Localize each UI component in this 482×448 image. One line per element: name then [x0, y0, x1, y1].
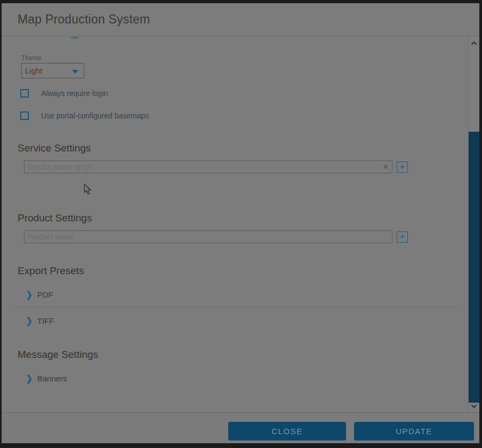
- clear-icon[interactable]: ✕: [382, 162, 389, 172]
- dialog-title: Map Production System: [18, 12, 150, 27]
- message-banners[interactable]: ❯ Banners: [26, 373, 67, 383]
- screen-overlay: Map Production System Theme Light Always…: [0, 0, 482, 448]
- export-preset-pdf[interactable]: ❯ PDF: [26, 289, 53, 300]
- map-production-dialog: Map Production System Theme Light Always…: [2, 3, 479, 443]
- chevron-right-icon: ❯: [26, 290, 33, 299]
- chevron-right-icon: ❯: [26, 373, 33, 383]
- scrollbar-thumb[interactable]: [469, 132, 479, 403]
- plus-icon: +: [400, 231, 405, 242]
- always-require-login-checkbox[interactable]: [20, 89, 29, 98]
- divider: [13, 307, 459, 307]
- message-settings-heading: Message Settings: [18, 349, 98, 361]
- portal-basemaps-label: Use portal-configured basemaps: [41, 111, 149, 120]
- close-button[interactable]: CLOSE: [228, 422, 346, 441]
- portal-basemaps-checkbox[interactable]: [20, 111, 29, 120]
- product-settings-heading: Product Settings: [18, 212, 92, 224]
- scroll-up-button[interactable]: [469, 38, 479, 48]
- add-service-button[interactable]: +: [397, 162, 408, 173]
- service-settings-heading: Service Settings: [18, 142, 91, 154]
- update-button[interactable]: UPDATE: [354, 422, 474, 441]
- theme-select[interactable]: Light: [21, 63, 84, 78]
- clipped-scrolled-element: [71, 37, 78, 38]
- add-product-button[interactable]: +: [397, 231, 408, 243]
- portal-basemaps-row: Use portal-configured basemaps: [20, 110, 149, 121]
- message-banners-label: Banners: [37, 374, 67, 383]
- export-preset-tiff[interactable]: ❯ TIFF: [26, 315, 54, 326]
- vertical-scrollbar[interactable]: [468, 37, 479, 412]
- export-preset-tiff-label: TIFF: [37, 316, 54, 325]
- product-input-wrap: [24, 230, 392, 243]
- chevron-down-icon: [471, 404, 477, 409]
- chevron-up-icon: [471, 41, 477, 45]
- service-name-input[interactable]: [24, 161, 392, 173]
- always-require-login-label: Always require login: [41, 89, 108, 98]
- always-require-login-row: Always require login: [20, 88, 108, 99]
- chevron-down-icon: [72, 70, 78, 74]
- dialog-footer: CLOSE UPDATE: [2, 412, 479, 443]
- export-presets-heading: Export Presets: [18, 265, 84, 277]
- export-preset-pdf-label: PDF: [37, 290, 53, 299]
- product-name-input[interactable]: [24, 230, 392, 243]
- theme-select-value: Light: [25, 66, 43, 75]
- dialog-header: Map Production System: [2, 3, 479, 36]
- scroll-down-button[interactable]: [469, 402, 479, 411]
- theme-label: Theme: [21, 54, 41, 62]
- chevron-right-icon: ❯: [26, 316, 33, 325]
- plus-icon: +: [400, 162, 405, 172]
- service-input-wrap: ✕: [24, 161, 392, 173]
